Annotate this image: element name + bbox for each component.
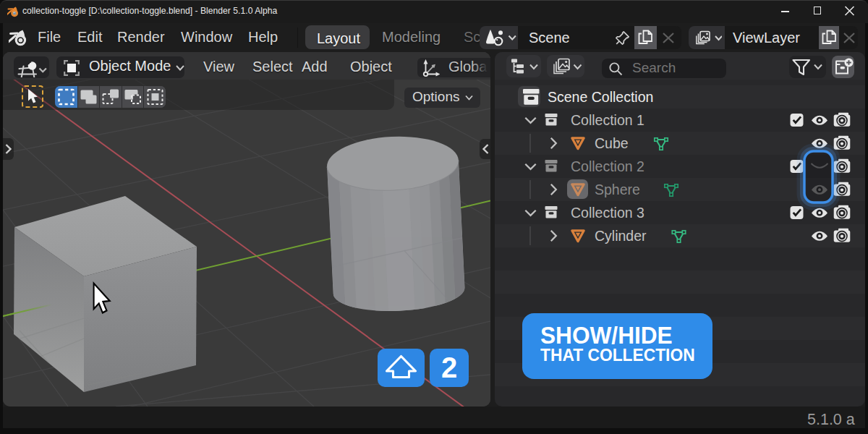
- svg-text:Scene Collection: Scene Collection: [548, 89, 653, 105]
- svg-text:Sphere: Sphere: [595, 182, 640, 197]
- svg-text:Collection 1: Collection 1: [571, 112, 644, 128]
- svg-text:Collection 2: Collection 2: [571, 158, 644, 174]
- svg-text:Cube: Cube: [595, 135, 629, 151]
- svg-text:Cylinder: Cylinder: [595, 228, 647, 244]
- svg-text:Collection 3: Collection 3: [571, 205, 644, 221]
- svg-text:2: 2: [441, 352, 457, 383]
